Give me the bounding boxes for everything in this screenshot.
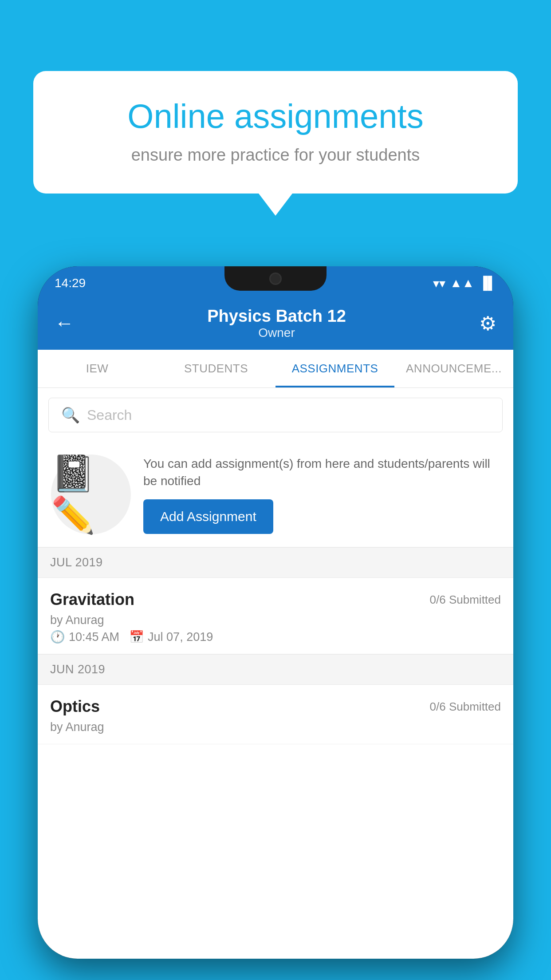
calendar-icon: 📅 — [129, 630, 144, 644]
assignment-name-optics: Optics — [50, 697, 100, 716]
settings-icon[interactable]: ⚙ — [479, 312, 496, 335]
search-icon: 🔍 — [61, 406, 80, 424]
front-camera — [269, 273, 282, 285]
app-header: ← Physics Batch 12 Owner ⚙ — [38, 296, 513, 350]
phone-content: 🔍 Search 📓✏️ You can add assignment(s) f… — [38, 388, 513, 959]
time-pair: 🕐 10:45 AM — [50, 630, 119, 644]
tab-assignments[interactable]: ASSIGNMENTS — [276, 350, 394, 387]
assignment-date-gravitation: Jul 07, 2019 — [148, 630, 213, 644]
tabs-bar: IEW STUDENTS ASSIGNMENTS ANNOUNCEME... — [38, 350, 513, 388]
promo-text-area: You can add assignment(s) from here and … — [143, 455, 500, 534]
tab-students[interactable]: STUDENTS — [157, 350, 276, 387]
add-assignment-promo: 📓✏️ You can add assignment(s) from here … — [38, 442, 513, 547]
add-assignment-button[interactable]: Add Assignment — [143, 499, 273, 534]
assignment-optics[interactable]: Optics 0/6 Submitted by Anurag — [38, 685, 513, 744]
status-time: 14:29 — [55, 276, 86, 290]
clock-icon: 🕐 — [50, 630, 65, 644]
battery-icon: ▐▌ — [479, 276, 496, 290]
signal-icon: ▲▲ — [450, 276, 474, 290]
status-icons: ▾▾ ▲▲ ▐▌ — [433, 276, 496, 291]
search-placeholder: Search — [87, 407, 132, 423]
assignment-by-gravitation: by Anurag — [50, 613, 501, 627]
tab-iew[interactable]: IEW — [38, 350, 157, 387]
section-jul-2019: JUL 2019 — [38, 547, 513, 578]
speech-bubble-pointer — [259, 194, 292, 216]
phone-notch — [224, 266, 327, 291]
assignment-name-gravitation: Gravitation — [50, 590, 134, 609]
speech-bubble-title: Online assignments — [64, 98, 487, 135]
search-bar[interactable]: 🔍 Search — [48, 398, 503, 432]
speech-bubble-subtitle: ensure more practice for your students — [64, 146, 487, 165]
phone-mockup: 14:29 ▾▾ ▲▲ ▐▌ ← Physics Batch 12 Owner … — [38, 266, 513, 959]
tab-announcements[interactable]: ANNOUNCEME... — [394, 350, 513, 387]
batch-title: Physics Batch 12 — [207, 307, 346, 326]
back-button[interactable]: ← — [55, 312, 74, 334]
notebook-icon: 📓✏️ — [51, 453, 131, 536]
assignment-meta-gravitation: by Anurag 🕐 10:45 AM 📅 Jul 07, 2019 — [50, 613, 501, 644]
header-center: Physics Batch 12 Owner — [207, 307, 346, 340]
wifi-icon: ▾▾ — [433, 276, 445, 291]
speech-bubble-container: Online assignments ensure more practice … — [33, 71, 518, 216]
assignment-datetime-gravitation: 🕐 10:45 AM 📅 Jul 07, 2019 — [50, 630, 501, 644]
speech-bubble: Online assignments ensure more practice … — [33, 71, 518, 194]
assignment-submitted-gravitation: 0/6 Submitted — [430, 593, 501, 607]
assignment-time-gravitation: 10:45 AM — [69, 630, 119, 644]
assignment-row-top-optics: Optics 0/6 Submitted — [50, 697, 501, 716]
batch-role: Owner — [207, 326, 346, 340]
assignment-gravitation[interactable]: Gravitation 0/6 Submitted by Anurag 🕐 10… — [38, 578, 513, 654]
assignment-row-top: Gravitation 0/6 Submitted — [50, 590, 501, 609]
assignment-by-optics: by Anurag — [50, 720, 501, 734]
promo-description: You can add assignment(s) from here and … — [143, 455, 500, 490]
assignment-submitted-optics: 0/6 Submitted — [430, 700, 501, 714]
date-pair: 📅 Jul 07, 2019 — [129, 630, 213, 644]
phone-body: 14:29 ▾▾ ▲▲ ▐▌ ← Physics Batch 12 Owner … — [38, 266, 513, 959]
promo-icon-circle: 📓✏️ — [51, 454, 131, 534]
assignment-meta-optics: by Anurag — [50, 720, 501, 734]
section-jun-2019: JUN 2019 — [38, 654, 513, 685]
